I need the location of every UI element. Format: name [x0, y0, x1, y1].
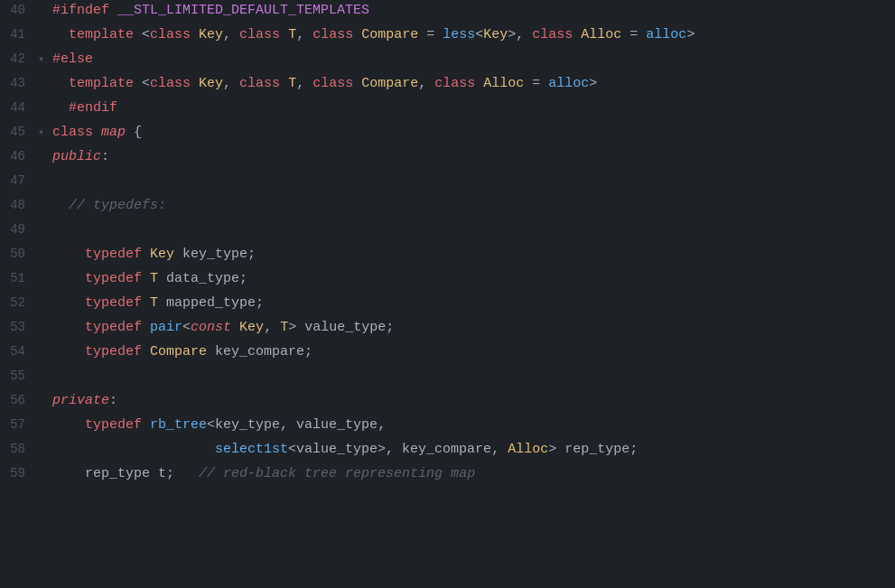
token-kw-typedef: typedef — [85, 417, 142, 433]
line-number: 52 — [0, 294, 38, 313]
token-symbol: < — [134, 27, 150, 42]
code-content — [51, 171, 895, 191]
code-content: #ifndef __STL_LIMITED_DEFAULT_TEMPLATES — [51, 0, 895, 21]
token-symbol — [158, 271, 166, 286]
token-var-name: value_type — [296, 417, 378, 433]
token-kw-typedef: template — [69, 76, 134, 91]
token-macro: __STL_LIMITED_DEFAULT_TEMPLATES — [117, 3, 369, 18]
token-kw-const: const — [191, 320, 231, 335]
token-kw-hash: #else — [52, 51, 93, 67]
token-symbol: >, — [508, 27, 532, 42]
token-kw-hash: #endif — [69, 100, 117, 116]
token-kw-class: class — [312, 27, 353, 42]
fold-arrow — [38, 198, 51, 215]
code-content: #else — [51, 49, 895, 70]
line-number: 42 — [0, 50, 38, 70]
token-symbol: ; — [247, 247, 256, 262]
token-kw-typedef: typedef — [85, 320, 142, 335]
token-symbol: { — [126, 125, 142, 140]
token-fn-name: select1st — [215, 442, 288, 457]
token-symbol: > — [548, 442, 564, 457]
fold-arrow — [38, 100, 51, 117]
code-line: 52 typedef T mapped_type; — [0, 293, 895, 317]
token-symbol — [52, 466, 85, 481]
fold-arrow — [38, 369, 51, 386]
code-content: template <class Key, class T, class Comp… — [51, 24, 895, 45]
fold-arrow — [38, 295, 51, 313]
line-number: 50 — [0, 245, 38, 265]
code-content: #endif — [51, 98, 895, 118]
token-symbol — [353, 27, 361, 42]
line-number: 44 — [0, 98, 38, 118]
token-map-name: map — [101, 125, 126, 140]
line-number: 47 — [0, 172, 38, 191]
token-var-name: t — [158, 466, 166, 481]
token-symbol — [142, 417, 150, 433]
token-symbol: = — [621, 27, 646, 42]
code-content: // typedefs: — [51, 195, 895, 216]
token-type-name: Key — [239, 320, 264, 335]
token-symbol: : — [109, 393, 117, 408]
token-symbol: < — [134, 76, 150, 91]
token-kw-typedef: typedef — [85, 344, 142, 359]
token-var-name: data_type — [166, 271, 239, 286]
fold-arrow — [38, 222, 51, 239]
token-type-name: Compare — [361, 76, 418, 91]
token-symbol: > — [288, 320, 304, 335]
token-type-name: T — [288, 76, 296, 91]
code-content: select1st<value_type>, key_compare, Allo… — [51, 439, 895, 460]
token-symbol — [353, 76, 361, 91]
token-kw-hash: #ifndef — [52, 3, 117, 18]
token-var-name: rep_type — [85, 466, 150, 481]
fold-arrow[interactable]: ▾ — [38, 125, 51, 142]
token-fn-name: alloc — [548, 76, 589, 91]
fold-arrow — [38, 149, 51, 166]
line-number: 53 — [0, 318, 38, 338]
fold-arrow — [38, 3, 51, 20]
token-symbol: ; — [386, 320, 394, 335]
line-number: 58 — [0, 440, 38, 460]
token-symbol — [191, 76, 199, 91]
token-type-name: Alloc — [581, 27, 621, 42]
line-number: 48 — [0, 196, 38, 216]
code-line: 57 typedef rb_tree<key_type, value_type, — [0, 415, 895, 439]
token-symbol — [174, 247, 182, 262]
line-number: 45 — [0, 123, 38, 143]
line-number: 59 — [0, 464, 38, 484]
token-symbol — [142, 247, 150, 262]
token-kw-class: class — [239, 76, 280, 91]
token-symbol — [52, 320, 85, 335]
token-type-name: Alloc — [483, 76, 524, 91]
token-symbol: , — [296, 76, 312, 91]
token-type-name: Key — [483, 27, 508, 42]
token-symbol — [573, 27, 581, 42]
token-symbol — [142, 344, 150, 359]
token-fn-name: less — [443, 27, 475, 42]
token-symbol: < — [207, 417, 215, 433]
fold-arrow — [38, 320, 51, 337]
token-var-name: key_type — [215, 417, 280, 433]
fold-arrow[interactable]: ▾ — [38, 51, 51, 69]
token-var-name: key_type — [182, 247, 247, 262]
code-line: 41 template <class Key, class T, class C… — [0, 24, 895, 49]
fold-arrow — [38, 344, 51, 361]
token-symbol — [150, 466, 158, 481]
token-symbol: , — [280, 417, 296, 433]
token-symbol: >, — [378, 442, 402, 457]
token-symbol — [158, 295, 166, 311]
line-number: 49 — [0, 220, 38, 240]
token-symbol — [52, 247, 85, 262]
token-comment: // typedefs: — [52, 198, 166, 213]
token-var-name: mapped_type — [166, 295, 256, 311]
token-symbol — [52, 100, 69, 116]
token-symbol — [142, 271, 150, 286]
token-symbol: < — [475, 27, 483, 42]
token-symbol: , — [418, 76, 434, 91]
code-editor: 40 #ifndef __STL_LIMITED_DEFAULT_TEMPLAT… — [0, 0, 895, 588]
line-number: 51 — [0, 269, 38, 289]
code-line: 42▾#else — [0, 49, 895, 73]
token-var-name: value_type — [304, 320, 386, 335]
token-type-name: T — [280, 320, 288, 335]
code-line: 49 — [0, 219, 895, 244]
token-symbol — [191, 27, 199, 42]
